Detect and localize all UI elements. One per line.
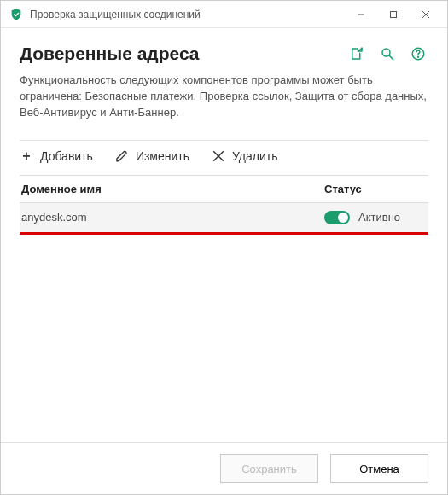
add-button[interactable]: + Добавить xyxy=(20,149,93,163)
status-toggle[interactable] xyxy=(324,211,350,224)
divider xyxy=(20,140,428,141)
toolbar: + Добавить Изменить Удалить xyxy=(20,149,428,163)
edit-label: Изменить xyxy=(136,149,189,163)
footer: Сохранить Отмена xyxy=(1,442,447,494)
app-shield-icon xyxy=(9,8,23,21)
cancel-button[interactable]: Отмена xyxy=(330,454,428,483)
col-domain-header: Доменное имя xyxy=(21,183,324,195)
svg-rect-1 xyxy=(391,11,397,17)
col-status-header: Статус xyxy=(324,183,427,195)
add-label: Добавить xyxy=(40,149,93,163)
delete-button[interactable]: Удалить xyxy=(212,149,277,163)
search-icon[interactable] xyxy=(377,44,398,64)
export-icon[interactable] xyxy=(346,44,367,64)
save-button: Сохранить xyxy=(220,454,318,483)
x-icon xyxy=(212,149,225,163)
maximize-button[interactable] xyxy=(377,2,410,27)
close-button[interactable] xyxy=(410,2,442,27)
table-header: Доменное имя Статус xyxy=(20,175,428,203)
svg-point-4 xyxy=(382,49,390,56)
description-text: Функциональность следующих компонентов п… xyxy=(20,73,428,121)
pencil-icon xyxy=(115,149,129,163)
status-cell: Активно xyxy=(358,211,400,224)
page-title: Доверенные адреса xyxy=(20,44,336,64)
titlebar: Проверка защищенных соединений xyxy=(1,1,447,28)
delete-label: Удалить xyxy=(232,149,277,163)
window-title: Проверка защищенных соединений xyxy=(30,9,345,20)
svg-point-7 xyxy=(418,56,419,57)
minimize-button[interactable] xyxy=(345,2,377,27)
svg-line-5 xyxy=(389,55,393,60)
edit-button[interactable]: Изменить xyxy=(115,149,189,163)
domain-cell: anydesk.com xyxy=(21,211,324,224)
help-icon[interactable] xyxy=(408,44,428,64)
table-row[interactable]: anydesk.com Активно xyxy=(20,203,428,232)
plus-icon: + xyxy=(20,149,33,163)
